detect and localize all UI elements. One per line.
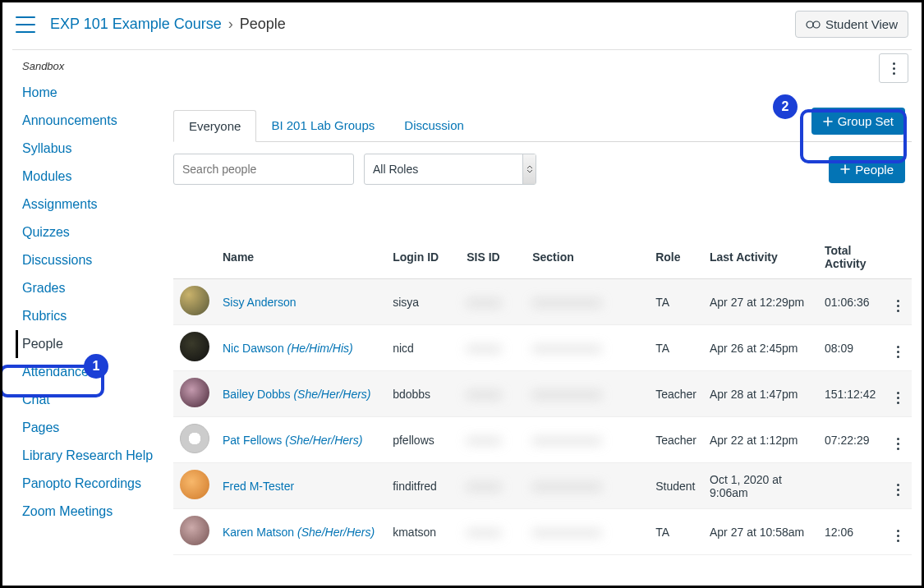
last-activity: Oct 1, 2020 at 9:06am <box>703 463 818 509</box>
people-button-label: People <box>855 163 894 177</box>
nav-modules[interactable]: Modules <box>22 169 71 183</box>
section-blurred: xxxxxxxxxxxx <box>532 342 601 355</box>
nav-rubrics[interactable]: Rubrics <box>22 309 67 323</box>
total-activity <box>818 463 884 509</box>
th-sis: SIS ID <box>460 236 526 279</box>
pronoun: (She/Her/Hers) <box>293 388 370 401</box>
last-activity: Apr 27 at 12:29pm <box>703 279 818 325</box>
student-view-button[interactable]: Student View <box>795 11 908 38</box>
sis-blurred: xxxxxx <box>467 526 501 539</box>
row-options-button[interactable] <box>890 392 905 404</box>
table-row: Sisy Anderson sisya xxxxxx xxxxxxxxxxxx … <box>173 279 912 325</box>
nav-announcements[interactable]: Announcements <box>22 113 117 127</box>
tab-discussion[interactable]: Discussion <box>389 110 479 141</box>
avatar <box>180 286 209 315</box>
tabs-row: Everyone BI 201 Lab Groups Discussion Gr… <box>173 108 912 142</box>
add-people-button[interactable]: People <box>829 156 905 183</box>
th-section: Section <box>526 236 649 279</box>
row-options-button[interactable] <box>890 300 905 312</box>
row-options-button[interactable] <box>890 530 905 542</box>
kebab-icon <box>893 62 895 75</box>
login-id: kmatson <box>386 509 460 555</box>
student-view-label: Student View <box>825 17 898 31</box>
nav-people[interactable]: People <box>22 337 63 351</box>
pronoun: (She/Her/Hers) <box>285 434 362 447</box>
login-id: finditfred <box>386 463 460 509</box>
total-activity: 07:22:29 <box>818 417 884 463</box>
group-set-label: Group Set <box>838 114 894 128</box>
nav-discussions[interactable]: Discussions <box>22 253 92 267</box>
breadcrumb-course[interactable]: EXP 101 Example Course <box>50 16 222 33</box>
chevron-right-icon: › <box>228 16 233 33</box>
last-activity: Apr 26 at 2:45pm <box>703 325 818 371</box>
avatar <box>180 424 209 453</box>
role-select[interactable]: All Roles <box>364 154 536 185</box>
search-people-input[interactable] <box>173 154 354 185</box>
tab-everyone[interactable]: Everyone <box>173 110 256 142</box>
person-link[interactable]: Fred M-Tester <box>223 480 294 493</box>
nav-quizzes[interactable]: Quizzes <box>22 225 70 239</box>
person-link[interactable]: Bailey Dobbs (She/Her/Hers) <box>223 388 371 401</box>
role: Student <box>649 463 703 509</box>
row-options-button[interactable] <box>890 346 905 358</box>
table-row: Karen Matson (She/Her/Hers) kmatson xxxx… <box>173 509 912 555</box>
dropdown-handle-icon <box>522 154 536 184</box>
total-activity: 12:06 <box>818 509 884 555</box>
nav-syllabus[interactable]: Syllabus <box>22 141 71 155</box>
last-activity: Apr 27 at 10:58am <box>703 509 818 555</box>
nav-library[interactable]: Library Research Help <box>22 448 153 462</box>
th-total: Total Activity <box>818 236 884 279</box>
nav-chat[interactable]: Chat <box>22 393 50 407</box>
total-activity: 151:12:42 <box>818 371 884 417</box>
sis-blurred: xxxxxx <box>467 480 501 493</box>
th-login: Login ID <box>386 236 460 279</box>
plus-icon <box>840 164 850 174</box>
sis-blurred: xxxxxx <box>467 388 501 401</box>
term-label: Sandbox <box>16 58 173 79</box>
tab-lab-groups[interactable]: BI 201 Lab Groups <box>256 110 389 141</box>
avatar <box>180 332 209 361</box>
nav-pages[interactable]: Pages <box>22 420 59 434</box>
section-blurred: xxxxxxxxxxxx <box>532 526 601 539</box>
th-last: Last Activity <box>703 236 818 279</box>
svg-point-1 <box>813 21 820 28</box>
sis-blurred: xxxxxx <box>467 296 501 309</box>
svg-point-0 <box>807 21 813 28</box>
section-blurred: xxxxxxxxxxxx <box>532 388 601 401</box>
avatar <box>180 516 209 545</box>
row-options-button[interactable] <box>890 438 905 450</box>
nav-home[interactable]: Home <box>22 85 57 99</box>
page-options-button[interactable] <box>879 53 908 83</box>
nav-assignments[interactable]: Assignments <box>22 197 98 211</box>
main-content: Everyone BI 201 Lab Groups Discussion Gr… <box>173 50 912 555</box>
table-row: Fred M-Tester finditfred xxxxxx xxxxxxxx… <box>173 463 912 509</box>
person-link[interactable]: Nic Dawson (He/Him/His) <box>223 342 353 355</box>
nav-panopto[interactable]: Panopto Recordings <box>22 476 141 490</box>
section-blurred: xxxxxxxxxxxx <box>532 296 601 309</box>
sis-blurred: xxxxxx <box>467 342 501 355</box>
person-link[interactable]: Karen Matson (She/Her/Hers) <box>223 526 375 539</box>
role: TA <box>649 279 703 325</box>
th-role: Role <box>649 236 703 279</box>
glasses-icon <box>806 20 821 30</box>
nav-grades[interactable]: Grades <box>22 281 65 295</box>
table-row: Nic Dawson (He/Him/His) nicd xxxxxx xxxx… <box>173 325 912 371</box>
person-link[interactable]: Sisy Anderson <box>223 296 297 309</box>
hamburger-menu-icon[interactable] <box>16 16 35 33</box>
login-id: pfellows <box>386 417 460 463</box>
top-header: EXP 101 Example Course › People Student … <box>2 2 922 49</box>
row-options-button[interactable] <box>890 484 905 496</box>
role: TA <box>649 325 703 371</box>
pronoun: (He/Him/His) <box>287 342 353 355</box>
course-nav: Sandbox Home Announcements Syllabus Modu… <box>12 50 173 555</box>
add-group-set-button[interactable]: Group Set <box>811 108 905 135</box>
role: Teacher <box>649 417 703 463</box>
table-row: Bailey Dobbs (She/Her/Hers) bdobbs xxxxx… <box>173 371 912 417</box>
people-table: Name Login ID SIS ID Section Role Last A… <box>173 236 912 555</box>
section-blurred: xxxxxxxxxxxx <box>532 434 601 447</box>
person-link[interactable]: Pat Fellows (She/Her/Hers) <box>223 434 362 447</box>
role: Teacher <box>649 371 703 417</box>
nav-zoom[interactable]: Zoom Meetings <box>22 504 113 518</box>
last-activity: Apr 22 at 1:12pm <box>703 417 818 463</box>
nav-attendance[interactable]: Attendance <box>22 365 89 379</box>
